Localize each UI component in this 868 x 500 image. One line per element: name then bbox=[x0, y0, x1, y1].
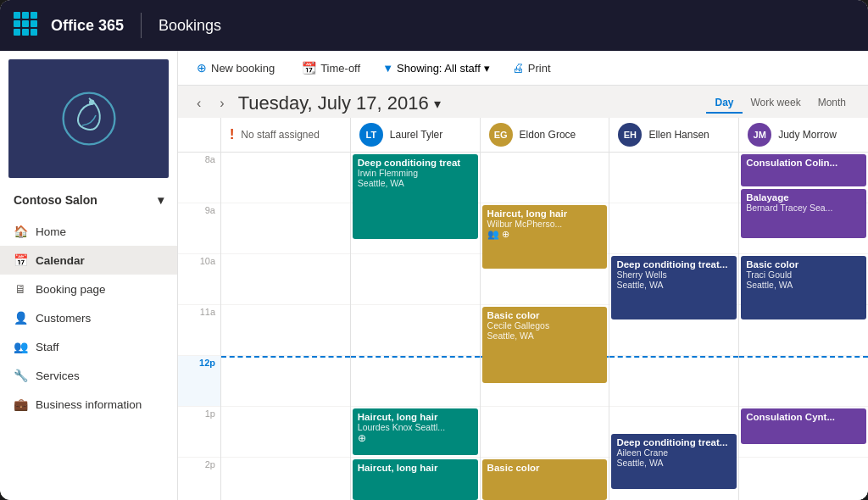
sidebar-item-calendar[interactable]: 📅 Calendar bbox=[0, 246, 177, 275]
sidebar-item-booking-page[interactable]: 🖥 Booking page bbox=[0, 275, 177, 303]
calendar-icon: 📅 bbox=[14, 253, 27, 267]
event-sub1: Irwin Flemming bbox=[358, 168, 473, 178]
sidebar-item-staff[interactable]: 👥 Staff bbox=[0, 332, 177, 361]
eldon-avatar: EG bbox=[489, 123, 513, 147]
svg-point-1 bbox=[89, 100, 94, 105]
event-deep-ellen-1[interactable]: Deep conditioing treat... Sherry Wells S… bbox=[611, 256, 737, 319]
svg-point-0 bbox=[63, 93, 114, 145]
sidebar-item-services[interactable]: 🔧 Services bbox=[0, 361, 177, 390]
row-12p-judy bbox=[739, 356, 868, 407]
row-10a-unassigned bbox=[221, 254, 350, 305]
sidebar-item-customers[interactable]: 👤 Customers bbox=[0, 303, 177, 332]
filter-dropdown[interactable]: ▼ Showing: All staff ▾ bbox=[382, 62, 490, 75]
event-basic-judy[interactable]: Basic color Traci Gould Seattle, WA bbox=[741, 256, 866, 319]
event-title: Deep conditioing treat... bbox=[616, 437, 732, 447]
event-consulation-judy-1[interactable]: Consulation Colin... bbox=[741, 154, 866, 186]
calendar-toolbar: ⊕ New booking 📆 Time-off ▼ Showing: All … bbox=[178, 51, 868, 86]
sidebar-item-business-info[interactable]: 💼 Business information bbox=[0, 390, 177, 419]
time-slot-8a: 8a bbox=[178, 153, 220, 203]
event-deep-condition-laurel[interactable]: Deep conditioing treat Irwin Flemming Se… bbox=[353, 154, 478, 239]
event-sub1: Aileen Crane bbox=[616, 447, 732, 458]
event-sub2: Seattle, WA bbox=[358, 178, 473, 188]
time-slot-9a: 9a bbox=[178, 203, 220, 254]
person-icon: 👤 bbox=[14, 311, 27, 325]
event-sub2: Seattle, WA bbox=[616, 280, 732, 290]
event-haircut-laurel-2[interactable]: Haircut, long hair bbox=[353, 459, 478, 500]
plus-circle-icon: ⊕ bbox=[197, 61, 207, 75]
event-title: Deep conditioing treat... bbox=[616, 259, 732, 269]
event-haircut-laurel-1[interactable]: Haircut, long hair Lourdes Knox Seattl..… bbox=[353, 408, 478, 455]
calendar-header: ‹ › Tuesday, July 17, 2016 ▾ Day Work we… bbox=[178, 86, 868, 118]
event-title: Basic color bbox=[487, 463, 603, 473]
next-arrow[interactable]: › bbox=[214, 94, 229, 113]
event-basic-eldon[interactable]: Basic color Cecile Gallegos Seattle, WA bbox=[482, 307, 608, 383]
new-booking-button[interactable]: ⊕ New booking bbox=[192, 58, 280, 78]
view-day-button[interactable]: Day bbox=[706, 93, 742, 114]
row-1p-eldon bbox=[481, 407, 609, 458]
sidebar-nav: 🏠 Home 📅 Calendar 🖥 Booking page 👤 Custo… bbox=[0, 217, 177, 419]
date-dropdown-icon[interactable]: ▾ bbox=[434, 96, 441, 112]
event-title: Balayage bbox=[746, 192, 861, 203]
row-12p-unassigned bbox=[221, 356, 350, 407]
row-11a-laurel bbox=[351, 305, 480, 356]
column-judy: Consulation Colin... Balayage Bernard Tr… bbox=[738, 153, 868, 500]
event-haircut-eldon[interactable]: Haircut, long hair Wilbur McPherso... 👥 … bbox=[482, 205, 608, 269]
time-slot-12p: 12p bbox=[178, 356, 220, 407]
waffle-icon[interactable] bbox=[14, 12, 41, 39]
judy-avatar: JM bbox=[748, 123, 771, 147]
event-deep-ellen-2[interactable]: Deep conditioing treat... Aileen Crane S… bbox=[611, 434, 737, 489]
row-9a-ellen bbox=[609, 203, 738, 254]
row-8a-eldon bbox=[481, 153, 609, 203]
laurel-avatar: LT bbox=[359, 123, 383, 147]
people-icon: 👥 bbox=[14, 340, 27, 353]
prev-arrow[interactable]: ‹ bbox=[192, 94, 206, 113]
row-8a-ellen bbox=[609, 153, 738, 203]
time-off-button[interactable]: 📆 Time-off bbox=[297, 58, 365, 78]
event-sub2: Seattle, WA bbox=[616, 458, 732, 468]
main-content: ⊕ New booking 📆 Time-off ▼ Showing: All … bbox=[178, 51, 868, 500]
wrench-icon: 🔧 bbox=[14, 369, 27, 382]
event-title: Haircut, long hair bbox=[487, 208, 603, 219]
event-sub1: Bernard Tracey Sea... bbox=[746, 203, 861, 213]
event-basic-eldon-2[interactable]: Basic color bbox=[482, 459, 608, 500]
calendar-date-title: Tuesday, July 17, 2016 ▾ bbox=[238, 92, 441, 114]
time-slot-10a: 10a bbox=[178, 254, 220, 305]
print-button[interactable]: 🖨 Print bbox=[507, 58, 556, 78]
home-icon: 🏠 bbox=[14, 225, 27, 238]
row-8a-unassigned bbox=[221, 153, 350, 203]
view-month-button[interactable]: Month bbox=[810, 93, 854, 114]
brand-name[interactable]: Contoso Salon ▾ bbox=[0, 186, 177, 214]
time-labels-column: 8a 9a 10a 11a 12p 1p 2p bbox=[178, 153, 220, 500]
topbar-divider bbox=[141, 13, 142, 38]
view-workweek-button[interactable]: Work week bbox=[743, 93, 810, 114]
time-slot-2p: 2p bbox=[178, 458, 220, 500]
event-sub2: Seattle, WA bbox=[487, 331, 603, 341]
event-sub1: Wilbur McPherso... bbox=[487, 219, 603, 229]
row-11a-unassigned bbox=[221, 305, 350, 356]
calendar-grid: ! No staff assigned LT Laurel Tyler EG E… bbox=[178, 118, 868, 500]
staff-header-row: ! No staff assigned LT Laurel Tyler EG E… bbox=[178, 118, 868, 153]
event-sub1: Traci Gould bbox=[746, 269, 861, 280]
column-ellen: Deep conditioing treat... Sherry Wells S… bbox=[609, 153, 738, 500]
event-sub2: Seattle, WA bbox=[746, 280, 861, 290]
staff-ellen: EH Ellen Hansen bbox=[609, 118, 738, 152]
row-9a-unassigned bbox=[221, 203, 350, 254]
staff-unassigned: ! No staff assigned bbox=[220, 118, 350, 152]
warning-icon: ! bbox=[230, 127, 234, 142]
brand-logo bbox=[8, 59, 169, 178]
event-title: Basic color bbox=[487, 310, 603, 320]
filter-chevron: ▾ bbox=[484, 62, 490, 75]
sidebar-item-home[interactable]: 🏠 Home bbox=[0, 217, 177, 246]
monitor-icon: 🖥 bbox=[14, 282, 27, 296]
event-sub1: Sherry Wells bbox=[616, 269, 732, 280]
view-switcher: Day Work week Month bbox=[706, 93, 854, 114]
column-eldon: Haircut, long hair Wilbur McPherso... 👥 … bbox=[480, 153, 609, 500]
event-consulation-judy-2[interactable]: Consulation Cynt... bbox=[741, 408, 866, 444]
staff-eldon: EG Eldon Groce bbox=[480, 118, 609, 152]
briefcase-icon: 💼 bbox=[14, 397, 27, 411]
event-title: Basic color bbox=[746, 259, 861, 269]
row-2p-unassigned bbox=[221, 458, 350, 500]
event-title: Haircut, long hair bbox=[358, 463, 473, 473]
column-laurel: Deep conditioing treat Irwin Flemming Se… bbox=[350, 153, 480, 500]
event-balayage-judy[interactable]: Balayage Bernard Tracey Sea... bbox=[741, 189, 866, 238]
